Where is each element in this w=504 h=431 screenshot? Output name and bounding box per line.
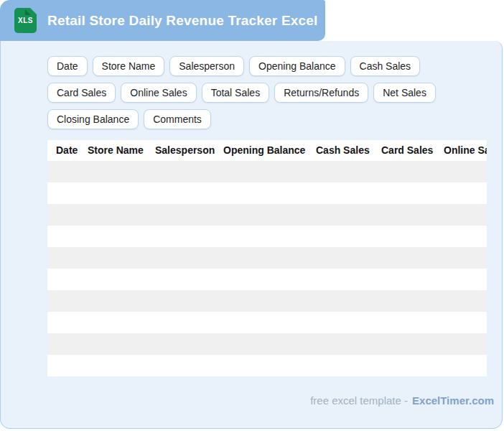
preview-table: Date Store Name Salesperson Opening Bala…	[47, 140, 487, 376]
chip-opening-balance[interactable]: Opening Balance	[249, 56, 345, 76]
chip-returns-refunds[interactable]: Returns/Refunds	[274, 83, 368, 103]
table-row	[47, 226, 487, 247]
table-row	[47, 269, 487, 290]
column-header-salesperson: Salesperson	[146, 140, 215, 161]
column-header-card-sales: Card Sales	[373, 140, 435, 161]
table-row	[47, 290, 487, 312]
xls-file-icon: XLS	[14, 8, 37, 33]
table-row	[47, 333, 487, 355]
chip-closing-balance[interactable]: Closing Balance	[47, 109, 139, 129]
table-row	[47, 312, 487, 333]
table-row	[47, 355, 487, 376]
chip-net-sales[interactable]: Net Sales	[373, 83, 436, 103]
table-row	[47, 161, 487, 182]
xls-icon-label: XLS	[18, 17, 33, 24]
chip-store-name[interactable]: Store Name	[93, 56, 165, 76]
table-row	[47, 182, 487, 204]
chip-comments[interactable]: Comments	[144, 109, 211, 129]
chip-cash-sales[interactable]: Cash Sales	[350, 56, 421, 76]
table-header-row: Date Store Name Salesperson Opening Bala…	[47, 140, 487, 161]
table-row	[47, 204, 487, 226]
table-body	[47, 161, 487, 376]
page-title: Retail Store Daily Revenue Tracker Excel	[47, 13, 318, 29]
footer-brand-link[interactable]: ExcelTimer.com	[412, 394, 494, 407]
chip-salesperson[interactable]: Salesperson	[169, 56, 244, 76]
column-header-online-sales: Online Sales	[435, 140, 487, 161]
footer: free excel template -ExcelTimer.com	[310, 394, 494, 407]
header-bar: XLS Retail Store Daily Revenue Tracker E…	[0, 0, 325, 41]
table-row	[47, 247, 487, 269]
chip-date[interactable]: Date	[47, 56, 88, 76]
chip-total-sales[interactable]: Total Sales	[202, 83, 269, 103]
column-header-cash-sales: Cash Sales	[307, 140, 373, 161]
footer-text: free excel template -	[310, 394, 408, 407]
field-chip-list: Date Store Name Salesperson Opening Bala…	[47, 56, 489, 129]
chip-online-sales[interactable]: Online Sales	[121, 83, 196, 103]
column-header-opening-balance: Opening Balance	[215, 140, 307, 161]
column-header-date: Date	[47, 140, 79, 161]
chip-card-sales[interactable]: Card Sales	[47, 83, 116, 103]
column-header-store-name: Store Name	[79, 140, 146, 161]
